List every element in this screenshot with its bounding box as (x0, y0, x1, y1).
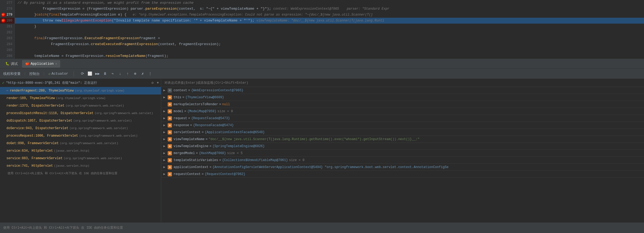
var-context[interactable]: ▶ ∞ context = {WebExpressionContext@7065… (161, 87, 644, 94)
var-request[interactable]: ▶ ⊕ request = {RequestFacade@5473} (161, 115, 644, 122)
expand-icon-markup (163, 103, 168, 106)
stack-frame-9[interactable]: service:883, FrameworkServlet (org.sprin… (0, 155, 161, 162)
expand-icon-model[interactable]: ▶ (163, 109, 168, 113)
stack-frame-10[interactable]: service:741, HttpServlet (javax.servlet.… (0, 162, 161, 170)
expand-icon-mm[interactable]: ▶ (163, 151, 168, 155)
stack-frame-3[interactable]: processDispatchResult:1118, DispatcherSe… (0, 110, 161, 117)
debug-icon: 🐛 (5, 62, 9, 66)
line-284: 284 (0, 41, 15, 47)
console-label[interactable]: 控制台 (29, 71, 40, 76)
frame-method-6: processRequest:1006, FrameworkServlet (6, 132, 78, 140)
actuator-label[interactable]: Actuator (51, 72, 68, 76)
frame-location-10: (javax.servlet.http) (54, 162, 89, 170)
var-request-context[interactable]: ▶ ⊕ requestContext = {RequestContext@706… (161, 171, 644, 178)
expand-icon-vte[interactable]: ▶ (163, 144, 168, 148)
expand-icon-servlet[interactable]: ▶ (163, 130, 168, 134)
expand-icon-request[interactable]: ▶ (163, 116, 168, 120)
var-response[interactable]: ▶ ⊕ response = {ResponseFacade@5474} (161, 122, 644, 129)
collapse-btn[interactable]: ▼ (157, 79, 159, 87)
stack-frame-more[interactable]: 使用 Ctrl+Alt+向上箭头 和 Ctrl+Alt+向下箭头 在 IDE 由… (0, 170, 161, 177)
tab-close-btn[interactable]: ✕ (55, 62, 57, 65)
resume-btn[interactable]: ▶▶ (94, 71, 101, 77)
expand-icon-ac[interactable]: ▶ (163, 165, 168, 169)
pause-btn[interactable]: ⏸ (102, 71, 108, 77)
expand-icon-tsv[interactable]: ▶ (163, 158, 168, 162)
code-line-283: final FragmentExpression.ExecutedFragmen… (15, 35, 644, 41)
actuator-icon: ↺ (48, 72, 51, 76)
var-servlet-context[interactable]: ▶ ⊕ servletContext = {ApplicationContext… (161, 129, 644, 136)
filter-btn[interactable]: ⊘ (151, 79, 153, 87)
frame-arrow: ↩ (6, 87, 8, 94)
var-icon-tsv: ⊕ (168, 158, 172, 162)
toolbar-sep-1 (74, 71, 74, 77)
status-text: 使用 Ctrl+Alt+向上箭头 和 Ctrl+Alt+向下箭头 在 IDE 由… (3, 225, 123, 230)
var-icon-servlet: ⊕ (168, 130, 172, 134)
expand-icon-response[interactable]: ▶ (163, 123, 168, 127)
code-line-286: templateName = FragmentExpression.resolv… (15, 53, 644, 59)
var-markup-selectors[interactable]: ⊕ markupSelectorsToRender = null (161, 101, 644, 108)
var-this[interactable]: ▶ ⊕ this = {ThymeleafView@6609} (161, 94, 644, 101)
var-model[interactable]: ▶ ⊕ model = {ModelMap@7059} size = 0 (161, 108, 644, 115)
frame-location-3: (org.springframework.web.servlet) (95, 110, 153, 117)
tab-application-label: Application (31, 62, 54, 66)
code-line-280: throw new IllegalArgumentException("Inva… (15, 18, 644, 24)
stack-frame-6[interactable]: processRequest:1006, FrameworkServlet (o… (0, 132, 161, 140)
expand-icon-rc[interactable]: ▶ (163, 172, 168, 176)
mute-breakpoints-btn[interactable]: ✗ (139, 71, 146, 77)
line-286: 286 (0, 53, 15, 59)
frame-method-4: doDispatch:1057, DispatcherServlet (6, 117, 72, 125)
thread-name: "http-nio-8080-exec-3"@5,241 在组"main": 正… (6, 79, 97, 87)
stack-frame-1[interactable]: render:189, ThymeleafView (org.thymeleaf… (0, 94, 161, 102)
frame-location-7: (org.springframework.web.servlet) (60, 140, 118, 147)
toolbar-actions: ⟳ ⬜ ▶▶ ⏸ ↷ ↓ ↑ ⊕ ✗ ⋮ (79, 71, 153, 77)
more-btn[interactable]: ⋮ (147, 71, 153, 77)
thread-variables-label[interactable]: 线程和变量 (3, 71, 21, 76)
frame-location-8: (javax.servlet.http) (54, 147, 89, 155)
var-view-template-name[interactable]: ▶ ⊕ viewTemplateName = "doc/__${new java… (161, 136, 644, 143)
step-over-btn[interactable]: ↷ (109, 71, 116, 77)
reconnect-btn[interactable]: ⟳ (79, 71, 86, 77)
frame-location-0: (org.thymeleaf.spring5.view) (75, 87, 124, 94)
expand-icon[interactable]: ▶ (163, 88, 168, 92)
stack-frame-7[interactable]: doGet:898, FrameworkServlet (org.springf… (0, 140, 161, 147)
var-view-template-engine[interactable]: ▶ ⊕ viewTemplateEngine = {SpringTemplate… (161, 143, 644, 150)
var-icon-vte: ⊕ (168, 144, 172, 148)
debugger-main: ✓ "http-nio-8080-exec-3"@5,241 在组"main":… (0, 79, 644, 222)
stop-btn[interactable]: ⬜ (87, 71, 93, 77)
var-icon-model: ⊕ (168, 109, 172, 114)
expand-icon-this[interactable]: ▶ (163, 95, 168, 99)
var-application-context[interactable]: ▶ ⊕ applicationContext = {AnnotationConf… (161, 164, 644, 171)
stack-frame-active[interactable]: ↩ renderFragment:280, ThymeleafView (org… (0, 87, 161, 94)
app-icon: 🍎 (25, 62, 29, 66)
var-icon-markup: ⊕ (168, 102, 172, 107)
var-hint: 对表达式求值(Enter)或添加监视(Ctrl+Shift+Enter) (161, 79, 644, 87)
stack-frame-2[interactable]: render:1373, DispatcherServlet (org.spri… (0, 102, 161, 110)
frame-location-2: (org.springframework.web.servlet) (66, 102, 124, 110)
step-out-btn[interactable]: ↑ (124, 71, 131, 77)
code-editor: 277 278 🍎 279 🍎 280 281 282 283 284 285 … (0, 0, 644, 59)
tabs-bar: 🐛 调试 🍎 Application ✕ (0, 59, 644, 69)
frame-location-5: (org.springframework.web.servlet) (69, 125, 128, 132)
frame-method-7: doGet:898, FrameworkServlet (6, 140, 59, 147)
tab-application[interactable]: 🍎 Application ✕ (22, 60, 60, 68)
frame-method-2: render:1373, DispatcherServlet (6, 102, 64, 110)
stack-frame-4[interactable]: doDispatch:1057, DispatcherServlet (org.… (0, 117, 161, 125)
tab-debug[interactable]: 🐛 调试 (2, 60, 21, 68)
frame-method-3: processDispatchResult:1118, DispatcherSe… (6, 110, 93, 117)
expand-icon-vtn[interactable]: ▶ (163, 137, 168, 141)
variables-panel: 对表达式求值(Enter)或添加监视(Ctrl+Shift+Enter) ▶ ∞… (161, 79, 644, 222)
frame-method-1: render:189, ThymeleafView (6, 94, 55, 102)
stack-frame-5[interactable]: doService:943, DispatcherServlet (org.sp… (0, 125, 161, 132)
code-line-278: fragmentExpression = (FragmentExpression… (15, 6, 644, 12)
var-icon-response: ⊕ (168, 123, 172, 128)
run-to-cursor-btn[interactable]: ⊕ (132, 71, 138, 77)
tab-debug-label: 调试 (11, 61, 18, 66)
var-merged-model[interactable]: ▶ ⊕ mergedModel = {HashMap@7060} size = … (161, 150, 644, 157)
frame-location-4: (org.springframework.web.servlet) (73, 117, 132, 125)
step-into-btn[interactable]: ↓ (117, 71, 123, 77)
line-282: 282 (0, 30, 15, 35)
stack-frame-8[interactable]: service:634, HttpServlet (javax.servlet.… (0, 147, 161, 155)
code-line-284: FragmentExpression.createExecutedFragmen… (15, 41, 644, 47)
frame-location-1: (org.thymeleaf.spring5.view) (56, 94, 106, 102)
var-template-static[interactable]: ▶ ⊕ templateStaticVariables = {Collectio… (161, 157, 644, 164)
